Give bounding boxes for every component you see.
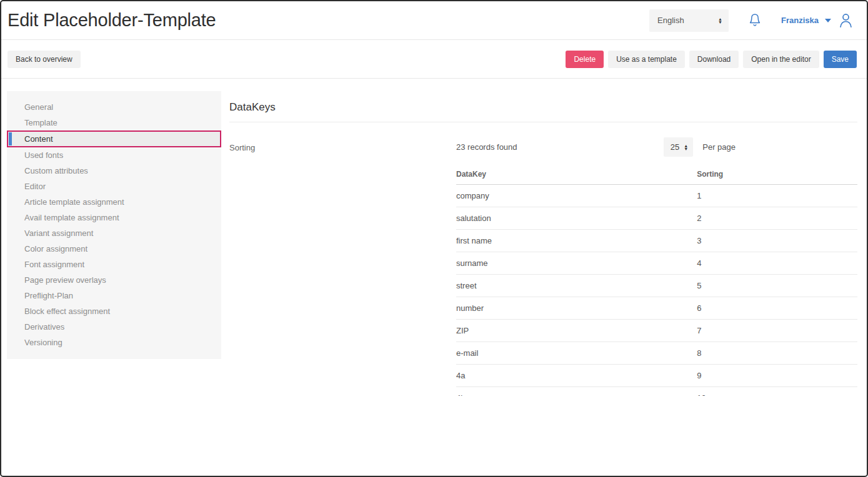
delete-button[interactable]: Delete xyxy=(566,51,604,68)
header-controls: English ▲▼ Franziska xyxy=(649,9,854,32)
save-button[interactable]: Save xyxy=(824,51,857,68)
sidebar-item-label: Page preview overlays xyxy=(24,275,106,285)
sidebar-item-avail-template-assignment[interactable]: Avail template assignment xyxy=(7,210,221,225)
table-row[interactable]: company1 xyxy=(456,185,857,207)
cell-sorting: 6 xyxy=(697,297,857,320)
cell-sorting: 1 xyxy=(697,185,857,207)
sidebar-item-label: Content xyxy=(24,134,53,144)
sidebar-item-label: Used fonts xyxy=(24,150,63,160)
cell-sorting: 9 xyxy=(697,365,857,387)
sidebar-item-general[interactable]: General xyxy=(7,99,221,115)
cell-sorting: 2 xyxy=(697,207,857,230)
table-row[interactable]: first name3 xyxy=(456,230,857,252)
person-icon xyxy=(837,12,854,29)
open-in-editor-button[interactable]: Open in the editor xyxy=(743,51,819,68)
section-divider xyxy=(229,122,857,122)
updown-arrows-icon: ▲▼ xyxy=(718,17,722,24)
download-button[interactable]: Download xyxy=(689,51,739,68)
datakeys-table-container: DataKey Sorting company1salutation2first… xyxy=(456,170,857,396)
bell-icon xyxy=(747,12,762,29)
sidebar-item-label: General xyxy=(24,102,53,112)
sidebar-item-font-assignment[interactable]: Font assignment xyxy=(7,257,221,272)
cell-datakey: number xyxy=(456,297,697,320)
sidebar-item-label: Block effect assignment xyxy=(24,307,110,316)
user-name[interactable]: Franziska xyxy=(781,16,819,25)
sidebar-item-label: Editor xyxy=(24,182,46,191)
sidebar-item-label: Preflight-Plan xyxy=(24,291,73,300)
cell-sorting: 4 xyxy=(697,252,857,275)
sidebar-item-label: Avail template assignment xyxy=(24,213,119,222)
datakeys-panel: 23 records found 25 ▲▼ Per page xyxy=(456,137,857,396)
table-row[interactable]: 4b10 xyxy=(456,387,857,396)
cell-datakey: salutation xyxy=(456,207,697,230)
cell-datakey: 4a xyxy=(456,365,697,387)
sidebar-item-variant-assignment[interactable]: Variant assignment xyxy=(7,225,221,241)
cell-datakey: ZIP xyxy=(456,320,697,342)
cell-sorting: 5 xyxy=(697,275,857,297)
sidebar-item-page-preview-overlays[interactable]: Page preview overlays xyxy=(7,272,221,288)
sidebar-item-used-fonts[interactable]: Used fonts xyxy=(7,147,221,163)
sidebar-item-preflight-plan[interactable]: Preflight-Plan xyxy=(7,288,221,303)
per-page-label: Per page xyxy=(702,142,736,152)
column-header-sorting: Sorting xyxy=(697,170,857,185)
table-row[interactable]: ZIP7 xyxy=(456,320,857,342)
sidebar-item-label: Variant assignment xyxy=(24,229,93,238)
per-page-group: 25 ▲▼ Per page xyxy=(664,137,736,157)
sidebar-item-article-template-assignment[interactable]: Article template assignment xyxy=(7,194,221,210)
sidebar-item-content[interactable]: Content xyxy=(7,130,221,147)
page-header: Edit Placeholder-Template English ▲▼ Fra… xyxy=(1,1,867,40)
datakeys-table: DataKey Sorting company1salutation2first… xyxy=(456,170,857,396)
sidebar-item-label: Color assignment xyxy=(24,244,87,253)
page-title: Edit Placeholder-Template xyxy=(7,10,216,31)
back-to-overview-button[interactable]: Back to overview xyxy=(7,51,81,68)
language-select-value: English xyxy=(657,16,684,25)
table-row[interactable]: surname4 xyxy=(456,252,857,275)
table-row[interactable]: 4a9 xyxy=(456,365,857,387)
section-title: DataKeys xyxy=(229,101,857,114)
sorting-field-label: Sorting xyxy=(229,137,456,396)
sidebar-item-label: Derivatives xyxy=(24,322,64,332)
sidebar-item-label: Template xyxy=(24,118,57,127)
sidebar-item-block-effect-assignment[interactable]: Block effect assignment xyxy=(7,303,221,319)
sidebar-item-label: Versioning xyxy=(24,338,62,347)
cell-datakey: first name xyxy=(456,230,697,252)
cell-sorting: 8 xyxy=(697,342,857,365)
sidebar-item-versioning[interactable]: Versioning xyxy=(7,335,221,350)
cell-sorting: 3 xyxy=(697,230,857,252)
table-header-row: DataKey Sorting xyxy=(456,170,857,185)
sidebar-nav: GeneralTemplateContentUsed fontsCustom a… xyxy=(7,91,221,359)
notifications-button[interactable] xyxy=(747,12,762,29)
action-toolbar: Back to overview Delete Use as a templat… xyxy=(1,40,867,79)
records-found-text: 23 records found xyxy=(456,142,517,152)
use-as-template-button[interactable]: Use as a template xyxy=(608,51,685,68)
per-page-select[interactable]: 25 ▲▼ xyxy=(664,137,693,157)
sidebar-item-color-assignment[interactable]: Color assignment xyxy=(7,241,221,257)
table-row[interactable]: number6 xyxy=(456,297,857,320)
main-content: DataKeys Sorting 23 records found 25 ▲▼ … xyxy=(229,91,857,396)
sidebar-item-label: Article template assignment xyxy=(24,197,124,207)
per-page-value: 25 xyxy=(671,142,679,152)
cell-sorting: 10 xyxy=(697,387,857,396)
cell-datakey: street xyxy=(456,275,697,297)
sidebar-item-custom-attributes[interactable]: Custom attributes xyxy=(7,163,221,179)
user-menu-button[interactable] xyxy=(837,12,854,29)
caret-down-icon[interactable] xyxy=(825,19,831,22)
cell-sorting: 7 xyxy=(697,320,857,342)
sidebar-item-editor[interactable]: Editor xyxy=(7,179,221,194)
active-indicator-bar xyxy=(9,132,12,145)
app-window: Edit Placeholder-Template English ▲▼ Fra… xyxy=(0,0,868,477)
page-body: GeneralTemplateContentUsed fontsCustom a… xyxy=(1,79,867,396)
sidebar-item-template[interactable]: Template xyxy=(7,115,221,130)
sidebar-item-label: Custom attributes xyxy=(24,166,88,175)
table-row[interactable]: e-mail8 xyxy=(456,342,857,365)
language-select[interactable]: English ▲▼ xyxy=(649,9,729,32)
records-row: 23 records found 25 ▲▼ Per page xyxy=(456,137,857,157)
cell-datakey: 4b xyxy=(456,387,697,396)
cell-datakey: company xyxy=(456,185,697,207)
cell-datakey: e-mail xyxy=(456,342,697,365)
table-row[interactable]: street5 xyxy=(456,275,857,297)
column-header-datakey: DataKey xyxy=(456,170,697,185)
sidebar-item-derivatives[interactable]: Derivatives xyxy=(7,319,221,335)
table-row[interactable]: salutation2 xyxy=(456,207,857,230)
cell-datakey: surname xyxy=(456,252,697,275)
